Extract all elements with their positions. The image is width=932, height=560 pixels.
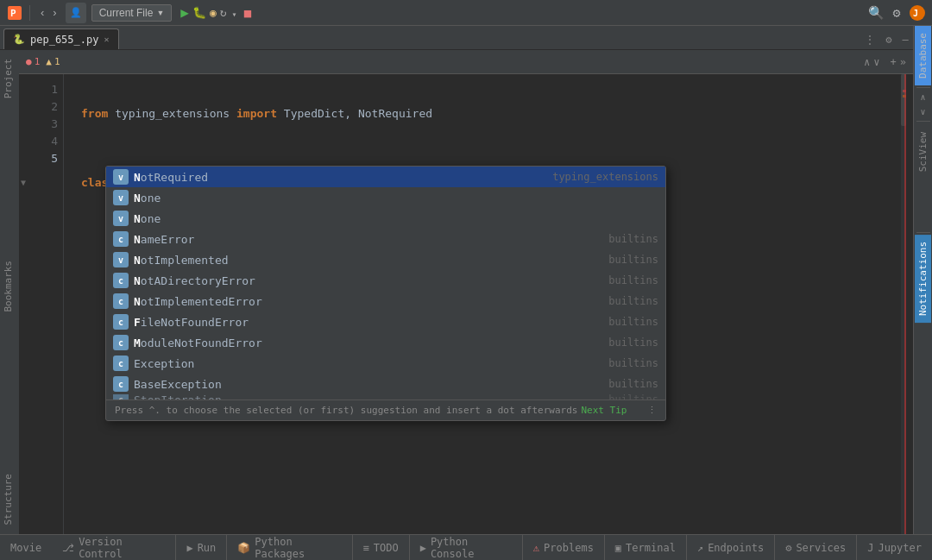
left-panel-project[interactable]: Project — [0, 50, 19, 107]
bottom-tab-todo[interactable]: ≡ TODO — [353, 535, 410, 561]
ac-item-none2[interactable]: v None — [106, 208, 665, 229]
ac-item-none1[interactable]: v None — [106, 187, 665, 208]
tabs-collapse[interactable]: ⚙ — [882, 32, 895, 47]
code-line-1: from typing_extensions import TypedDict,… — [81, 105, 897, 123]
bottom-tab-jupyter[interactable]: J Jupyter — [857, 535, 932, 561]
right-panel-database[interactable]: Database — [915, 26, 931, 85]
ac-source-notimplementederror: builtins — [608, 295, 658, 307]
ac-icon-v2: v — [113, 190, 129, 205]
right-panel-notifications[interactable]: Notifications — [915, 235, 931, 323]
error-line-indicator — [904, 74, 906, 534]
run-label: Run — [198, 542, 217, 554]
ac-source-stopiteration: builtins — [608, 394, 658, 400]
profile-button[interactable]: ↻ — [220, 6, 227, 19]
ac-item-modulenotfounderror[interactable]: c ModuleNotFoundError builtins — [106, 332, 665, 353]
errors-collapse[interactable]: ∨ — [873, 56, 879, 68]
ac-name-baseexception: BaseException — [134, 378, 601, 391]
ac-source-filenotfounderror: builtins — [608, 316, 658, 328]
ac-footer-text: Press ^. to choose the selected (or firs… — [115, 405, 577, 416]
coverage-button[interactable]: ◉ — [210, 6, 217, 19]
ac-name-modulenotfounderror: ModuleNotFoundError — [134, 337, 601, 349]
jetbrains-icon[interactable]: J — [910, 5, 925, 21]
editor-header: ● 1 ▲ 1 ∧ ∨ + » — [19, 50, 913, 74]
bottom-tab-problems[interactable]: ⚠ Problems — [523, 535, 605, 561]
ac-item-notrequired[interactable]: v NotRequired typing_extensions — [106, 167, 665, 187]
ac-item-notimplementederror[interactable]: c NotImplementedError builtins — [106, 291, 665, 311]
line-num-5: 5 — [31, 150, 58, 167]
bottom-tab-run[interactable]: ▶ Run — [176, 535, 227, 561]
fold-marker-class[interactable]: ▼ — [21, 178, 26, 187]
debug-button[interactable]: 🐛 — [192, 6, 206, 19]
ac-name-notimplemented: NotImplemented — [134, 254, 601, 267]
bottom-tab-python-packages[interactable]: 📦 Python Packages — [227, 535, 352, 561]
nav-back-button[interactable]: ‹ — [37, 4, 47, 21]
services-icon: ⚙ — [785, 542, 791, 554]
ac-item-nameerror[interactable]: c NameError builtins — [106, 229, 665, 249]
ac-item-exception[interactable]: c Exception builtins — [106, 353, 665, 374]
tabs-expand[interactable]: — — [899, 32, 912, 47]
right-panel-sciview[interactable]: SciView — [915, 123, 931, 180]
stop-button[interactable]: ■ — [244, 6, 251, 20]
autocomplete-list: v NotRequired typing_extensions v None v… — [106, 167, 665, 400]
run-controls: ▶ 🐛 ◉ ↻ ▾ ■ — [180, 4, 251, 21]
left-panel-bookmarks[interactable]: Bookmarks — [0, 252, 19, 321]
line-num-3: 3 — [31, 116, 58, 133]
autocomplete-dropdown: v NotRequired typing_extensions v None v… — [105, 166, 666, 421]
python-console-icon: ▶ — [420, 542, 426, 554]
endpoints-icon: ↗ — [697, 542, 703, 554]
ac-item-baseexception[interactable]: c BaseException builtins — [106, 374, 665, 394]
version-control-icon: ⎇ — [62, 542, 74, 554]
errors-expand[interactable]: ∧ — [864, 56, 870, 68]
ac-next-tip[interactable]: Next Tip — [581, 405, 627, 416]
bottom-tab-services[interactable]: ⚙ Services — [775, 535, 857, 561]
left-panel-structure[interactable]: Structure — [0, 465, 19, 534]
error-badge[interactable]: ● 1 ▲ 1 — [26, 56, 60, 67]
bottom-tab-terminal[interactable]: ▣ Terminal — [605, 535, 687, 561]
add-button[interactable]: + — [891, 56, 897, 68]
ac-source-exception: builtins — [608, 357, 658, 369]
current-file-dropdown[interactable]: Current File ▼ — [91, 4, 173, 22]
ac-item-filenotfounderror[interactable]: c FileNotFoundError builtins — [106, 311, 665, 332]
user-icon[interactable]: 👤 — [66, 3, 86, 23]
jupyter-icon: J — [867, 542, 873, 554]
terminal-label: Terminal — [626, 542, 676, 554]
run-with-options[interactable]: ▾ — [232, 4, 237, 21]
right-sidebar: Database ∧ ∨ SciView Notifications — [913, 26, 932, 534]
bottom-tab-version-control[interactable]: ⎇ Version Control — [52, 535, 176, 561]
run-button[interactable]: ▶ — [180, 4, 189, 21]
svg-text:P: P — [10, 8, 16, 19]
todo-icon: ≡ — [363, 542, 369, 554]
ac-source-notadirectoryerror: builtins — [608, 274, 658, 286]
more-button[interactable]: » — [900, 56, 906, 68]
bottom-tab-python-console[interactable]: ▶ Python Console — [410, 535, 523, 561]
ac-source-notimplemented: builtins — [608, 254, 658, 266]
search-everywhere-icon[interactable]: 🔍 — [868, 5, 884, 21]
file-tab-pep655[interactable]: 🐍 pep_655_.py ✕ — [3, 28, 119, 49]
ac-icon-c1: c — [113, 231, 129, 247]
tab-close-button[interactable]: ✕ — [104, 35, 109, 44]
ac-item-notimplemented[interactable]: v NotImplemented builtins — [106, 249, 665, 270]
ac-more-button[interactable]: ⋮ — [647, 405, 657, 416]
tabs-settings[interactable]: ⋮ — [861, 32, 878, 47]
editor-area: ▼ 1 2 3 4 5 from typing_extensions impor… — [19, 74, 913, 534]
nav-buttons: ‹ › — [37, 4, 60, 21]
svg-text:J: J — [913, 9, 918, 18]
packages-icon: 📦 — [237, 542, 250, 554]
ac-source-baseexception: builtins — [608, 378, 658, 390]
endpoints-label: Endpoints — [708, 542, 764, 554]
panel-collapse-chevron[interactable]: ∨ — [917, 104, 928, 119]
current-file-label: Current File — [99, 7, 154, 19]
settings-icon[interactable]: ⚙ — [889, 5, 904, 21]
panel-expand-chevron[interactable]: ∧ — [917, 90, 928, 104]
bottom-movie-status: Movie — [0, 542, 52, 554]
app-icon: P — [7, 5, 22, 21]
nav-forward-button[interactable]: › — [49, 4, 60, 21]
problems-icon: ⚠ — [533, 542, 539, 554]
bottom-tab-endpoints[interactable]: ↗ Endpoints — [687, 535, 775, 561]
ac-item-notadirectoryerror[interactable]: c NotADirectoryError builtins — [106, 270, 665, 291]
toolbar-separator — [29, 5, 30, 21]
panel-sep-1 — [916, 87, 930, 88]
ac-name-none1: None — [134, 192, 652, 204]
error-count: 1 — [35, 56, 41, 67]
ac-item-stopiteration[interactable]: c StopIteration builtins — [106, 394, 665, 400]
